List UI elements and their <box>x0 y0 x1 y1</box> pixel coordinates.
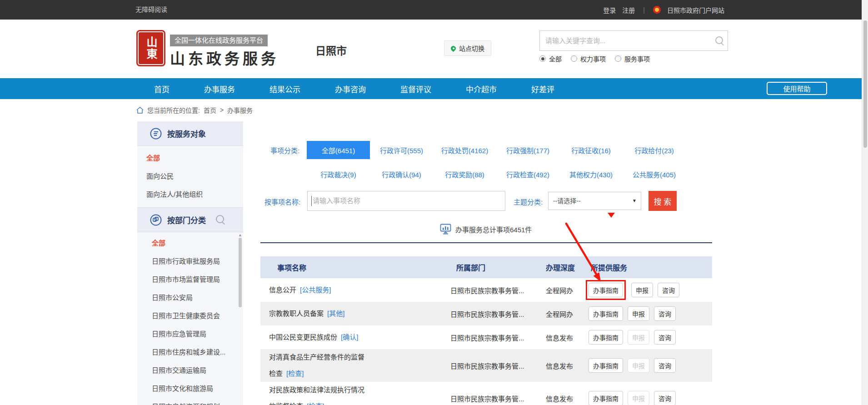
nav-item-中介超市[interactable]: 中介超市 <box>466 83 497 95</box>
nav-item-监督评议[interactable]: 监督评议 <box>400 83 431 95</box>
seal-text: 山東 <box>145 36 157 60</box>
service-button-咨询[interactable]: 咨询 <box>654 306 676 321</box>
site-switch-button[interactable]: 站点切换 <box>444 40 491 56</box>
service-button-办事指南[interactable]: 办事指南 <box>589 306 623 321</box>
topic-select[interactable]: --请选择-- ▼ <box>548 192 641 210</box>
service-button-办事指南[interactable]: 办事指南 <box>589 283 623 297</box>
sidebar-section-title: 按服务对象 <box>167 128 206 139</box>
portal-site-link[interactable]: 日照市政府门户网站 <box>667 5 724 15</box>
item-name-link[interactable]: 中国公民变更民族成份 <box>269 333 337 341</box>
sidebar-section-department-header[interactable]: 按部门分类 <box>137 208 243 232</box>
page-scrollbar-thumb[interactable] <box>863 20 867 148</box>
chevron-down-icon: ▼ <box>632 192 637 210</box>
scroll-up-icon[interactable]: ▲ <box>238 233 242 237</box>
search-icon[interactable] <box>715 36 723 44</box>
section-divider <box>260 242 712 243</box>
category-tab[interactable]: 行政征收(16) <box>559 141 623 159</box>
sidebar-item[interactable]: 日照市公安局 <box>137 289 243 307</box>
sidebar-item[interactable]: 日照市市场监督管理局 <box>137 270 243 289</box>
item-search-row: 按事项名称: 请输入事项名称 主题分类: --请选择-- ▼ 搜 索 <box>260 191 712 212</box>
login-link[interactable]: 登录 <box>603 5 616 15</box>
category-tab[interactable]: 公共服务(405) <box>623 167 686 181</box>
item-type-tag[interactable]: [其他] <box>327 310 344 317</box>
category-tab[interactable]: 全部(6451) <box>307 141 370 159</box>
sidebar-item[interactable]: 日照市应急管理局 <box>137 325 243 343</box>
page-scrollbar[interactable] <box>862 0 868 405</box>
city-name: 日照市 <box>315 42 347 58</box>
total-text: 办事服务总计事项6451件 <box>455 225 532 234</box>
sidebar-item[interactable]: 日照市住房和城乡建设... <box>137 343 243 361</box>
sidebar-item[interactable]: 全部 <box>137 234 243 252</box>
category-tab[interactable]: 行政确认(94) <box>370 167 433 181</box>
nav-item-首页[interactable]: 首页 <box>154 83 170 95</box>
category-tab[interactable]: 行政给付(23) <box>623 141 686 159</box>
help-button[interactable]: 使用帮助 <box>767 82 827 95</box>
services-cell: 办事指南申报咨询 <box>589 306 712 321</box>
search-scope-option[interactable]: 全部 <box>539 54 562 63</box>
search-scope-option[interactable]: 服务事项 <box>615 54 650 63</box>
breadcrumb-home[interactable]: 首页 <box>204 105 216 115</box>
item-type-tag[interactable]: [检查] <box>286 370 304 377</box>
service-button-办事指南[interactable]: 办事指南 <box>589 358 623 373</box>
category-tab[interactable]: 行政强制(177) <box>496 141 559 159</box>
category-tab[interactable]: 行政许可(555) <box>370 141 433 159</box>
item-type-tag[interactable]: [公共服务] <box>300 286 331 294</box>
sidebar-item[interactable]: 日照市自然资源和规划... <box>137 398 243 405</box>
search-button[interactable]: 搜 索 <box>649 191 677 211</box>
sidebar-item[interactable]: 日照市卫生健康委员会 <box>137 307 243 325</box>
category-tab[interactable]: 行政处罚(4162) <box>433 141 496 159</box>
sidebar-item[interactable]: 日照市行政审批服务局 <box>137 252 243 270</box>
item-type-tag[interactable]: [检查] <box>307 402 324 405</box>
accessibility-link[interactable]: 无障碍阅读 <box>135 0 167 20</box>
register-link[interactable]: 注册 <box>622 5 635 15</box>
service-button-办事指南[interactable]: 办事指南 <box>589 330 623 345</box>
item-name-cell: 中国公民变更民族成份[确认] <box>260 329 450 345</box>
category-tab[interactable]: 其他权力(430) <box>559 167 623 181</box>
breadcrumb-separator: > <box>220 106 224 114</box>
header: 山東 全国一体化在线政务服务平台 山东政务服务 日照市 站点切换 请输入关键字查… <box>0 20 868 78</box>
category-tab[interactable]: 行政奖励(88) <box>433 167 496 181</box>
department-cell: 日照市民族宗教事务管... <box>450 309 546 319</box>
service-button-申报[interactable]: 申报 <box>628 306 649 321</box>
col-header-item-name: 事项名称 <box>260 262 450 273</box>
radio-icon[interactable] <box>615 55 621 62</box>
item-name-link[interactable]: 对清真食品生产经营条件的监督 检查 <box>269 353 364 377</box>
service-button-咨询[interactable]: 咨询 <box>654 391 676 405</box>
department-search-icon[interactable] <box>216 215 224 223</box>
list-circle-icon <box>150 128 162 140</box>
search-scope-option[interactable]: 权力事项 <box>571 54 606 63</box>
nav-item-办事咨询[interactable]: 办事咨询 <box>335 83 366 95</box>
service-button-咨询[interactable]: 咨询 <box>654 330 676 345</box>
keyword-search-input[interactable]: 请输入关键字查询... <box>539 30 728 51</box>
col-header-department: 所属部门 <box>450 262 546 273</box>
sidebar-item[interactable]: 面向公民 <box>137 167 243 185</box>
sidebar-scrollbar[interactable]: ▲ <box>238 233 242 405</box>
service-button-申报[interactable]: 申报 <box>631 283 653 297</box>
radio-icon[interactable] <box>539 55 546 62</box>
sidebar-item[interactable]: 面向法人/其他组织 <box>137 185 243 204</box>
item-type-tag[interactable]: [确认] <box>341 333 358 341</box>
sidebar-item[interactable]: 日照市文化和旅游局 <box>137 380 243 398</box>
depth-cell: 信息发布 <box>546 394 589 403</box>
department-cell: 日照市民族宗教事务管... <box>450 361 546 370</box>
item-name-input[interactable]: 请输入事项名称 <box>307 191 505 211</box>
nav-item-好差评[interactable]: 好差评 <box>531 83 554 95</box>
search-scope-label: 全部 <box>549 54 562 63</box>
sidebar-item[interactable]: 全部 <box>137 149 243 167</box>
item-name-link[interactable]: 宗教教职人员备案 <box>269 310 324 317</box>
radio-icon[interactable] <box>571 55 577 62</box>
service-button-申报: 申报 <box>628 330 649 345</box>
sidebar-section-service-target-header[interactable]: 按服务对象 <box>137 121 243 146</box>
shandong-seal-logo: 山東 <box>136 30 165 66</box>
category-tab[interactable]: 行政裁决(9) <box>307 167 370 181</box>
item-name-link[interactable]: 信息公开 <box>269 286 296 294</box>
sidebar-scrollbar-thumb[interactable] <box>239 238 242 307</box>
service-button-咨询[interactable]: 咨询 <box>658 283 679 297</box>
nav-item-结果公示[interactable]: 结果公示 <box>269 83 300 95</box>
depth-cell: 信息发布 <box>546 333 589 342</box>
service-button-咨询[interactable]: 咨询 <box>654 358 676 373</box>
service-button-办事指南[interactable]: 办事指南 <box>589 391 623 405</box>
nav-item-办事服务[interactable]: 办事服务 <box>204 83 235 95</box>
category-tab[interactable]: 行政检查(492) <box>496 167 559 181</box>
sidebar-item[interactable]: 日照市交通运输局 <box>137 361 243 380</box>
